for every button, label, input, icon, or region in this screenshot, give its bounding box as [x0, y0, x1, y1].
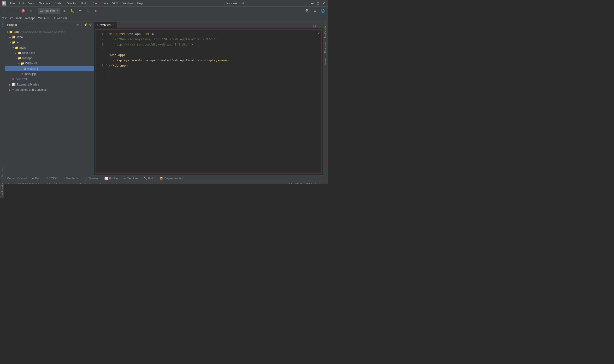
- bottom-tab-version-control[interactable]: ⎇ Version Control: [0, 175, 29, 182]
- scratches-icon: ✏: [12, 88, 14, 91]
- code-line-2: "-//Sun Microsystems, Inc.//DTD Web Appl…: [109, 37, 321, 42]
- tree-item-webapp[interactable]: ▼ 📁 webapp: [5, 56, 94, 61]
- run-icon: ▶: [32, 177, 34, 180]
- bottom-tab-services[interactable]: ☁ Services: [121, 175, 141, 182]
- menu-refactor[interactable]: Refactor: [64, 1, 78, 5]
- breadcrumb-item-webinf[interactable]: WEB-INF: [38, 16, 50, 20]
- profile-button[interactable]: ⏱: [85, 8, 91, 14]
- tree-item-extlibs[interactable]: ▶ 📊 External Libraries: [5, 82, 94, 87]
- line-numbers: 1 2 3 4 5 6 7 8: [96, 30, 105, 173]
- breadcrumb-item-webxml[interactable]: 🗎 web.xml: [53, 16, 67, 20]
- search-everywhere-button[interactable]: 🔍: [304, 8, 310, 14]
- line-num-4: 4: [96, 47, 103, 53]
- breadcrumb-item-src[interactable]: src: [9, 16, 13, 20]
- tree-item-idea[interactable]: ▶ 📁 .idea: [5, 35, 94, 40]
- update-icon[interactable]: 🌐: [320, 8, 326, 14]
- titlebar-controls: ─ □ ✕: [310, 1, 326, 5]
- code-editor[interactable]: 1 2 3 4 5 6 7 8 [-] [-] <!DOCTYPE web-ap…: [95, 29, 322, 174]
- run-config-dropdown-arrow: ▼: [56, 10, 58, 12]
- bottom-tab-problems[interactable]: ⚠ Problems: [60, 175, 81, 182]
- menu-vcs[interactable]: VCS: [110, 1, 120, 5]
- bottom-tab-terminal[interactable]: ⬛ Terminal: [81, 175, 102, 182]
- run-button[interactable]: ▶: [62, 8, 68, 14]
- close-button[interactable]: ✕: [322, 1, 326, 5]
- menu-tools[interactable]: Tools: [99, 1, 110, 5]
- bookmarks-panel-toggle[interactable]: Bookmarks: [0, 181, 4, 184]
- bookmark-button[interactable]: ☆: [28, 8, 34, 14]
- settings-button[interactable]: ⚙: [312, 8, 318, 14]
- tree-item-src[interactable]: ▼ 📁 src: [5, 40, 94, 45]
- panel-filter-icon[interactable]: ⚡: [84, 23, 87, 26]
- code-content[interactable]: [-] [-] <!DOCTYPE web-app PUBLIC "-//Sun…: [105, 30, 321, 173]
- bottom-tab-build[interactable]: 🔨 Build: [141, 175, 157, 182]
- line-num-3: 3: [96, 42, 103, 47]
- more-tabs-icon[interactable]: ⋮: [318, 24, 321, 28]
- project-panel-title: Project: [7, 23, 74, 26]
- menu-build[interactable]: Build: [79, 1, 89, 5]
- terminal-icon: ⬛: [84, 177, 87, 180]
- status-line-ending[interactable]: CRLF: [295, 183, 302, 184]
- menu-run[interactable]: Run: [90, 1, 99, 5]
- breadcrumb-item-webapp[interactable]: webapp: [25, 16, 35, 20]
- bottom-tab-dependencies[interactable]: 📦 Dependencies: [157, 175, 185, 182]
- folder-icon-main: 📁: [15, 46, 18, 49]
- panel-collapse-icon[interactable]: ≡: [80, 23, 82, 26]
- editor-area: 🗎 web.xml ✕ ⊟ ⋮ 1 2 3 4 5 6 7 8: [94, 22, 323, 175]
- tab-close-webxml[interactable]: ✕: [112, 24, 115, 26]
- breadcrumb-sep-4: ›: [36, 16, 37, 20]
- menu-window[interactable]: Window: [121, 1, 135, 5]
- panel-locate-icon[interactable]: ⊕: [76, 23, 79, 26]
- minimize-button[interactable]: ─: [310, 1, 314, 5]
- tree-item-indexjsp[interactable]: 🗎 index.jsp: [5, 71, 94, 77]
- structure-panel-toggle[interactable]: Structure: [0, 166, 4, 180]
- tree-item-resources[interactable]: ▶ 📁 resources: [5, 50, 94, 56]
- breadcrumb-item-test[interactable]: test: [2, 16, 6, 20]
- project-panel-toggle[interactable]: Project: [1, 23, 4, 27]
- editor-valid-checkmark: ✓: [317, 31, 321, 35]
- maximize-button[interactable]: □: [316, 1, 320, 5]
- line-num-5: 5: [96, 53, 103, 58]
- fold-marker-5[interactable]: [-]: [106, 53, 110, 58]
- bottom-tab-todo[interactable]: ☰ TODO: [43, 175, 60, 182]
- window-title: test - web.xml: [159, 2, 310, 5]
- locate-button[interactable]: 🎯: [20, 8, 26, 14]
- bottom-tab-profiler[interactable]: 📊 Profiler: [102, 175, 121, 182]
- fold-marker-7[interactable]: [-]: [106, 63, 110, 68]
- menu-code[interactable]: Code: [53, 1, 63, 5]
- run-config-selector[interactable]: Current File ▼: [38, 8, 60, 14]
- maven-panel-toggle[interactable]: Maven: [323, 55, 327, 66]
- folder-icon-webapp: 📁: [18, 56, 21, 60]
- coverage-button[interactable]: ☂: [77, 8, 84, 14]
- tree-label-webinf: WEB-INF: [25, 62, 37, 65]
- forward-button[interactable]: →: [10, 8, 16, 14]
- tree-item-test-root[interactable]: ▼ 📁 test D:\CSApp\AllCode\JavaWeb-Code\t…: [5, 29, 94, 35]
- menu-file[interactable]: File: [8, 1, 16, 5]
- notifications-panel-toggle[interactable]: Notifications: [323, 22, 327, 40]
- tree-item-webinf[interactable]: ▼ 📁 WEB-INF: [5, 61, 94, 66]
- main-layout: Project Project ⊕ ≡ ⚡ ⚙ ▼ 📁 test D:\CSAp…: [0, 22, 328, 175]
- tree-item-webxml[interactable]: 🗎 web.xml: [5, 66, 94, 71]
- tree-item-pomxml[interactable]: 🗎 pom.xml: [5, 77, 94, 82]
- code-line-5: <web-app>: [109, 53, 321, 58]
- status-indent[interactable]: 2 spaces: [315, 183, 326, 184]
- menu-edit[interactable]: Edit: [17, 1, 26, 5]
- tree-item-main[interactable]: ▼ 📁 main: [5, 45, 94, 50]
- stop-button[interactable]: ■: [93, 8, 99, 14]
- tree-label-main: main: [19, 46, 26, 49]
- doctype-keyword: <!DOCTYPE: [109, 32, 126, 36]
- debug-button[interactable]: 🐛: [70, 8, 76, 14]
- bottom-tab-run[interactable]: ▶ Run: [29, 175, 43, 182]
- split-editor-icon[interactable]: ⊟: [313, 24, 316, 28]
- status-encoding[interactable]: UTF-8: [305, 183, 312, 184]
- tree-item-scratches[interactable]: ▶ ✏ Scratches and Consoles: [5, 87, 94, 92]
- editor-tab-webxml[interactable]: 🗎 web.xml ✕: [94, 22, 117, 28]
- status-position[interactable]: 8:1: [289, 183, 292, 184]
- menu-navigate[interactable]: Navigate: [37, 1, 52, 5]
- bottom-tab-label-version-control: Version Control: [7, 177, 27, 180]
- back-button[interactable]: ←: [2, 8, 8, 14]
- menu-view[interactable]: View: [26, 1, 36, 5]
- breadcrumb-item-main[interactable]: main: [16, 16, 22, 20]
- menu-help[interactable]: Help: [135, 1, 145, 5]
- database-panel-toggle[interactable]: Database: [323, 40, 327, 55]
- panel-settings-icon[interactable]: ⚙: [89, 23, 92, 26]
